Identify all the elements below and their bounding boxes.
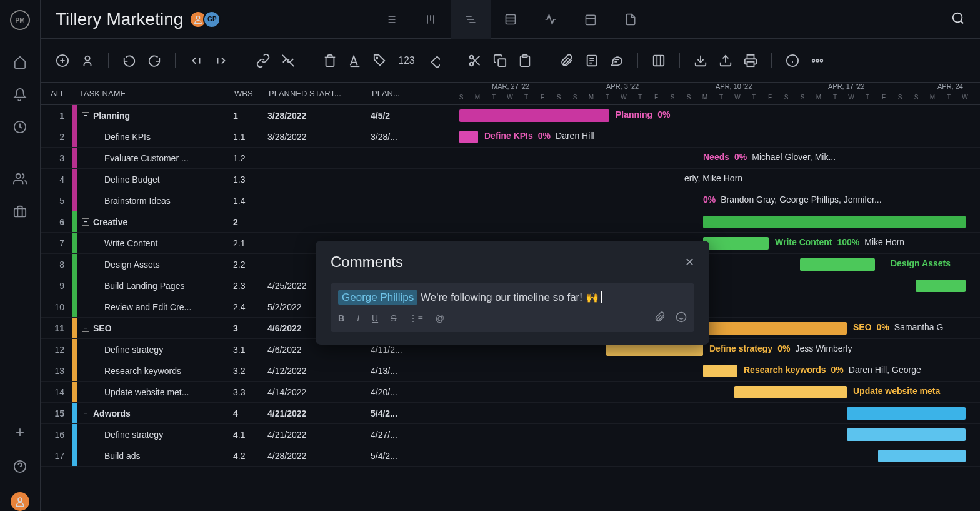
calendar-view-tab[interactable] <box>571 0 611 39</box>
file-view-tab[interactable] <box>611 0 651 39</box>
gantt-row[interactable] <box>453 445 980 467</box>
col-wbs[interactable]: WBS <box>234 89 269 98</box>
search-icon[interactable] <box>951 11 965 27</box>
gantt-row[interactable]: Planning0% <box>453 105 980 126</box>
table-row[interactable]: 13 Research keywords 3.2 4/12/2022 4/13/… <box>41 360 453 382</box>
home-icon[interactable] <box>13 55 27 69</box>
table-row[interactable]: 16 Define strategy 4.1 4/21/2022 4/27/..… <box>41 424 453 445</box>
board-view-tab[interactable] <box>411 0 451 39</box>
gantt-bar[interactable] <box>878 450 966 462</box>
member-avatars[interactable]: GP <box>193 11 221 28</box>
notes-icon[interactable] <box>585 54 599 68</box>
add-task-icon[interactable] <box>56 54 69 68</box>
table-row[interactable]: 15 − Adwords 4 4/21/2022 5/4/2... <box>41 403 453 424</box>
export-icon[interactable] <box>719 54 732 68</box>
cut-icon[interactable] <box>468 54 482 68</box>
gantt-row[interactable]: Update website meta <box>453 382 980 403</box>
table-row[interactable]: 5 Brainstorm Ideas 1.4 <box>41 190 453 211</box>
collapse-icon[interactable]: − <box>82 112 89 119</box>
collapse-icon[interactable]: − <box>82 410 89 417</box>
gantt-row[interactable]: Research keywords0%Daren Hill, George <box>453 360 980 382</box>
gantt-row[interactable]: Define KPIs0%Daren Hill <box>453 126 980 148</box>
comment-input[interactable]: George Phillips We're following our time… <box>331 283 694 332</box>
text-style-icon[interactable] <box>348 54 362 68</box>
sheet-view-tab[interactable] <box>491 0 531 39</box>
bell-icon[interactable] <box>13 88 27 101</box>
indent-icon[interactable] <box>214 54 228 68</box>
gantt-bar[interactable] <box>734 386 847 398</box>
attach-file-icon[interactable] <box>654 311 666 325</box>
collapse-icon[interactable]: − <box>82 325 89 332</box>
logo[interactable]: PM <box>10 10 30 30</box>
col-name[interactable]: TASK NAME <box>72 89 234 98</box>
italic-icon[interactable]: I <box>357 313 359 323</box>
gantt-bar[interactable] <box>703 216 966 228</box>
gantt-row[interactable]: erly, Mike Horn <box>453 169 980 190</box>
collapse-icon[interactable]: − <box>82 218 89 226</box>
gantt-bar[interactable] <box>459 131 478 143</box>
col-all[interactable]: ALL <box>41 89 72 98</box>
clock-icon[interactable] <box>13 120 27 134</box>
copy-icon[interactable] <box>493 54 507 68</box>
assign-icon[interactable] <box>81 54 94 68</box>
add-button[interactable]: + <box>16 423 24 441</box>
bold-icon[interactable]: B <box>338 313 344 323</box>
link-icon[interactable] <box>256 54 270 68</box>
gantt-bar[interactable] <box>916 280 966 292</box>
activity-view-tab[interactable] <box>531 0 571 39</box>
redo-icon[interactable] <box>148 54 161 68</box>
user-avatar[interactable] <box>11 492 29 511</box>
attachment-icon[interactable] <box>560 54 574 68</box>
undo-icon[interactable] <box>122 54 136 68</box>
outdent-icon[interactable] <box>189 54 203 68</box>
gantt-bar[interactable] <box>703 237 769 250</box>
columns-icon[interactable] <box>652 54 666 68</box>
list-view-tab[interactable] <box>371 0 411 39</box>
mention-tag[interactable]: George Phillips <box>338 290 418 305</box>
col-start[interactable]: PLANNED START... <box>269 89 372 98</box>
underline-icon[interactable]: U <box>372 313 378 323</box>
table-row[interactable]: 2 Define KPIs 1.1 3/28/2022 3/28/... <box>41 126 453 148</box>
svg-point-4 <box>197 16 200 19</box>
table-row[interactable]: 14 Update website met... 3.3 4/14/2022 4… <box>41 382 453 403</box>
gantt-bar[interactable] <box>847 407 966 420</box>
briefcase-icon[interactable] <box>13 205 27 218</box>
emoji-icon[interactable] <box>676 311 687 325</box>
gantt-bar[interactable] <box>703 365 738 377</box>
tag-icon[interactable] <box>373 54 387 68</box>
gantt-bar[interactable] <box>800 258 875 271</box>
milestone-icon[interactable] <box>426 54 440 68</box>
table-row[interactable]: 17 Build ads 4.2 4/28/2022 5/4/2... <box>41 445 453 467</box>
table-row[interactable]: 6 − Creative 2 <box>41 211 453 233</box>
gantt-row[interactable] <box>453 424 980 445</box>
main-area: Tillery Marketing GP <box>41 0 980 511</box>
gantt-row[interactable]: 0%Brandon Gray, George Phillips, Jennife… <box>453 190 980 211</box>
gantt-bar[interactable] <box>847 428 966 441</box>
paste-icon[interactable] <box>518 54 532 68</box>
print-icon[interactable] <box>744 54 758 68</box>
gantt-view-tab[interactable] <box>451 0 491 39</box>
help-icon[interactable] <box>13 460 27 473</box>
delete-icon[interactable] <box>323 54 337 68</box>
numbering-icon[interactable]: 123 <box>398 55 415 66</box>
more-icon[interactable] <box>811 54 824 68</box>
import-icon[interactable] <box>694 54 708 68</box>
table-row[interactable]: 4 Define Budget 1.3 <box>41 169 453 190</box>
unlink-icon[interactable] <box>281 54 295 68</box>
gantt-row[interactable]: Needs0%Michael Glover, Mik... <box>453 148 980 169</box>
gantt-bar[interactable] <box>459 109 609 122</box>
gantt-row[interactable] <box>453 211 980 233</box>
table-row[interactable]: 1 − Planning 1 3/28/2022 4/5/2 <box>41 105 453 126</box>
close-icon[interactable]: ✕ <box>685 255 694 269</box>
table-row[interactable]: 3 Evaluate Customer ... 1.2 <box>41 148 453 169</box>
team-icon[interactable] <box>13 172 27 186</box>
col-end[interactable]: PLAN... <box>372 89 447 98</box>
toolbar: 123 <box>41 39 980 83</box>
comment-icon[interactable] <box>610 54 624 68</box>
info-icon[interactable] <box>786 54 799 68</box>
list-icon[interactable]: ⋮≡ <box>409 313 422 323</box>
mention-icon[interactable]: @ <box>436 313 444 323</box>
gantt-row[interactable] <box>453 403 980 424</box>
gantt-bar[interactable] <box>606 343 703 356</box>
strike-icon[interactable]: S <box>391 313 396 323</box>
